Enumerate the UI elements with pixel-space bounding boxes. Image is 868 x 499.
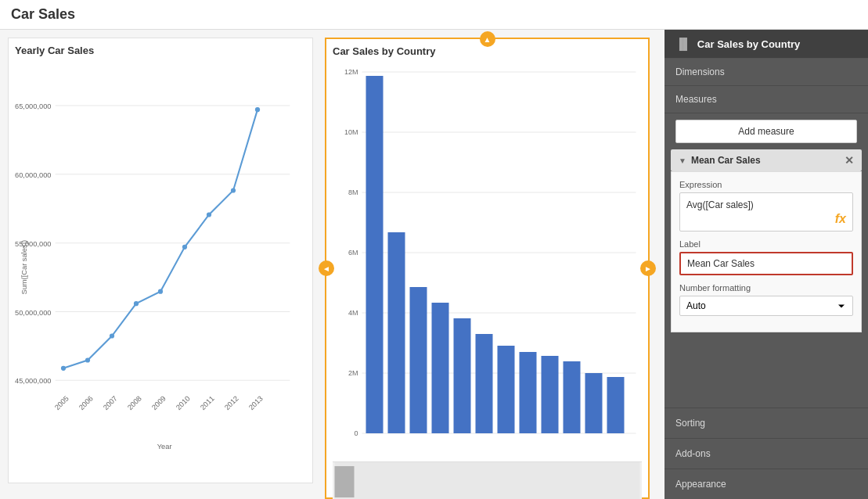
scroll-right-handle[interactable]: ► [640, 260, 656, 276]
app-title: Car Sales [0, 0, 868, 30]
measure-expand-icon: ▼ [679, 156, 686, 165]
number-format-group: Number formatting Auto Number Money Date… [679, 283, 853, 316]
svg-rect-54 [585, 373, 603, 433]
appearance-section: Appearance [665, 468, 868, 499]
svg-text:2010: 2010 [175, 394, 192, 411]
fx-icon: fx [835, 212, 846, 226]
country-chart-title: Car Sales by Country [333, 45, 642, 57]
svg-rect-51 [520, 352, 537, 433]
svg-rect-45 [388, 232, 405, 433]
panel-header: ▐▌ Car Sales by Country [665, 30, 868, 59]
svg-point-14 [134, 301, 139, 306]
yearly-chart-container: Yearly Car Sales 65,000,000 60,000,000 5… [8, 38, 313, 483]
number-format-select[interactable]: Auto Number Money Date Duration Custom [679, 296, 853, 316]
svg-text:8M: 8M [348, 188, 358, 196]
country-chart-container: ▲ ▼ ◄ ► Car Sales by Country 12M 10M 8M … [325, 38, 650, 499]
svg-rect-46 [410, 287, 427, 433]
svg-text:2008: 2008 [126, 394, 143, 411]
svg-text:2007: 2007 [102, 394, 119, 411]
svg-text:Sum([Car sales]): Sum([Car sales]) [21, 240, 29, 295]
measure-content: Expression Avg([Car sales]) fx Label Mea… [671, 171, 862, 332]
app-container: Car Sales Yearly Car Sales 65,000,000 60… [0, 0, 868, 499]
svg-text:2005: 2005 [53, 394, 70, 411]
svg-rect-56 [335, 462, 640, 499]
appearance-header[interactable]: Appearance [665, 469, 868, 499]
yearly-chart-title: Yearly Car Sales [15, 45, 306, 56]
svg-point-18 [231, 188, 236, 192]
add-measure-button[interactable]: Add measure [675, 120, 857, 143]
svg-point-19 [255, 107, 260, 112]
right-panel: ▐▌ Car Sales by Country Dimensions Measu… [665, 30, 868, 499]
expression-value: Avg([Car sales]) [686, 199, 754, 210]
svg-text:65,000,000: 65,000,000 [15, 102, 51, 110]
measures-section-header: Measures [665, 86, 868, 113]
label-input[interactable]: Mean Car Sales [679, 252, 853, 275]
svg-text:2012: 2012 [223, 394, 240, 411]
svg-text:45,000,000: 45,000,000 [15, 377, 51, 385]
label-field-group: Label Mean Car Sales [679, 239, 853, 275]
svg-rect-49 [476, 334, 493, 433]
svg-text:2011: 2011 [199, 394, 216, 411]
measure-item: ▼ Mean Car Sales ✕ Expression Avg([Car s… [671, 149, 862, 332]
svg-text:2009: 2009 [150, 394, 167, 411]
country-chart-svg: 12M 10M 8M 6M 4M 2M 0 [333, 60, 642, 459]
svg-point-15 [158, 289, 163, 294]
sorting-header[interactable]: Sorting [665, 408, 868, 438]
addons-section: Add-ons [665, 438, 868, 468]
measure-header[interactable]: ▼ Mean Car Sales ✕ [671, 149, 862, 171]
bar-chart-icon: ▐▌ [675, 38, 691, 50]
expression-input[interactable]: Avg([Car sales]) fx [679, 192, 853, 232]
chart-minimap [333, 461, 642, 499]
expression-field-group: Expression Avg([Car sales]) fx [679, 180, 853, 232]
svg-point-17 [207, 212, 211, 217]
svg-rect-48 [454, 318, 471, 433]
svg-rect-55 [607, 377, 625, 433]
svg-text:60,000,000: 60,000,000 [15, 171, 51, 179]
panel-title: Car Sales by Country [697, 38, 801, 50]
svg-text:50,000,000: 50,000,000 [15, 309, 51, 317]
svg-rect-50 [498, 346, 515, 433]
svg-text:12M: 12M [344, 68, 358, 76]
svg-text:2013: 2013 [247, 394, 265, 411]
svg-text:Year: Year [157, 443, 172, 451]
svg-text:4M: 4M [348, 309, 358, 317]
scroll-up-handle[interactable]: ▲ [480, 31, 495, 47]
svg-text:10M: 10M [344, 128, 358, 136]
svg-rect-44 [366, 76, 384, 433]
label-field-label: Label [679, 239, 853, 249]
svg-rect-47 [432, 303, 449, 433]
addons-header[interactable]: Add-ons [665, 439, 868, 468]
sorting-section: Sorting [665, 407, 868, 438]
svg-point-12 [85, 357, 90, 362]
measure-header-left: ▼ Mean Car Sales [679, 155, 761, 166]
svg-rect-57 [335, 466, 355, 497]
expression-label: Expression [679, 180, 853, 189]
measure-close-button[interactable]: ✕ [845, 154, 854, 167]
dimensions-section: Dimensions [665, 59, 868, 86]
svg-text:2M: 2M [348, 369, 358, 377]
svg-text:2006: 2006 [77, 394, 95, 411]
main-area: Yearly Car Sales 65,000,000 60,000,000 5… [0, 30, 868, 499]
scroll-left-handle[interactable]: ◄ [319, 260, 334, 276]
svg-text:0: 0 [354, 429, 358, 437]
svg-point-11 [61, 366, 66, 371]
yearly-chart-svg: 65,000,000 60,000,000 55,000,000 50,000,… [15, 59, 306, 491]
svg-point-16 [182, 245, 187, 250]
svg-rect-53 [564, 361, 581, 433]
svg-rect-52 [542, 356, 559, 433]
svg-point-13 [110, 333, 114, 338]
measure-name-label: Mean Car Sales [691, 155, 761, 166]
canvas-area: Yearly Car Sales 65,000,000 60,000,000 5… [0, 30, 665, 499]
svg-text:6M: 6M [348, 249, 358, 257]
number-format-label: Number formatting [679, 283, 853, 293]
panel-spacer [665, 339, 868, 407]
